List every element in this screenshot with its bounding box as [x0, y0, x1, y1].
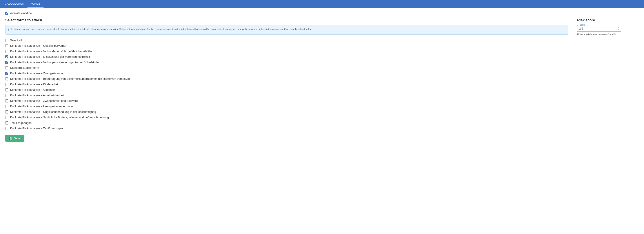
score-hint: Enter a valid value between 0 and 5.	[577, 33, 639, 36]
activate-workflow-row: Activate workflow	[5, 12, 639, 15]
save-icon: 💾	[9, 137, 12, 140]
checkbox-label-cb11[interactable]: Konkrete Risikoanalyse – Zwangsarbeit un…	[10, 99, 78, 102]
checkbox-label-cb4[interactable]: Konkrete Risikoanalyse – Verbot persiste…	[10, 61, 99, 64]
list-item: Konkrete Risikoanalyse – Unangemessener …	[5, 104, 568, 108]
checkbox-cb7[interactable]	[5, 77, 8, 80]
checkbox-label-cb14[interactable]: Konkrete Risikoanalyse – Schädliche Bode…	[10, 116, 109, 119]
checkbox-label-cb1[interactable]: Konkrete Risikoanalyse – Quecksilberverb…	[10, 44, 66, 47]
checkbox-cb5[interactable]	[5, 66, 8, 69]
checkbox-select_all[interactable]	[5, 39, 8, 42]
checkbox-cb9[interactable]	[5, 88, 8, 91]
list-item: Standard supplier form	[5, 66, 568, 70]
checkbox-label-cb2[interactable]: Konkrete Risikoanalyse – Verbot der Ausf…	[10, 50, 92, 53]
checkbox-cb11[interactable]	[5, 99, 8, 102]
save-label: Save	[14, 137, 20, 140]
checkbox-label-cb5[interactable]: Standard supplier form	[10, 66, 39, 69]
checkbox-label-cb13[interactable]: Konkrete Risikoanalyse – Ungleichbehandl…	[10, 110, 96, 113]
checkbox-cb14[interactable]	[5, 116, 8, 119]
activate-workflow-checkbox[interactable]	[5, 12, 8, 15]
left-column: Select forms to attach ℹ In this menu, y…	[5, 18, 568, 142]
list-item: Konkrete Risikoanalyse – Kinderarbeit	[5, 82, 568, 86]
checkbox-cb6[interactable]	[5, 72, 8, 75]
score-input[interactable]	[579, 27, 610, 30]
checkbox-cb13[interactable]	[5, 110, 8, 113]
checkbox-label-cb3[interactable]: Konkrete Risikoanalyse – Missachtung der…	[10, 55, 90, 58]
list-item: Select all	[5, 38, 568, 42]
list-item: Konkrete Risikoanalyse – Zertifizierunge…	[5, 126, 568, 131]
score-input-inner: ▲ ▼	[579, 27, 619, 31]
list-item: Konkrete Risikoanalyse – Beauftragung vo…	[5, 77, 568, 81]
save-button[interactable]: 💾 Save	[5, 135, 24, 142]
list-item: Konkrete Risikoanalyse – Verbot der Ausf…	[5, 49, 568, 53]
checkbox-label-cb9[interactable]: Konkrete Risikoanalyse – Allgemein	[10, 88, 56, 91]
risk-score-title: Risk score	[577, 18, 639, 22]
score-label: Score	[579, 24, 586, 26]
info-box: ℹ In this menu, you can configure what s…	[5, 25, 568, 35]
checkbox-cb12[interactable]	[5, 105, 8, 108]
score-increment-button[interactable]: ▲	[617, 27, 619, 28]
checkbox-cb10[interactable]	[5, 94, 8, 97]
list-item: Konkrete Risikoanalyse – Schädliche Bode…	[5, 115, 568, 120]
activate-workflow-label[interactable]: Activate workflow	[10, 12, 32, 15]
checkbox-cb8[interactable]	[5, 83, 8, 86]
checkbox-label-cb7[interactable]: Konkrete Risikoanalyse – Beauftragung vo…	[10, 77, 130, 80]
list-item: Konkrete Risikoanalyse – Arbeitssicherhe…	[5, 93, 568, 97]
checkbox-label-cb6[interactable]: Konkrete Risikoanalyse – Zwangsräumung	[10, 72, 64, 75]
checkbox-label-select_all[interactable]: Select all	[10, 39, 22, 42]
list-item: Konkrete Risikoanalyse – Verbot persiste…	[5, 60, 568, 64]
checkbox-label-cb15[interactable]: Test Fragebogen	[10, 121, 32, 125]
list-item: Konkrete Risikoanalyse – Allgemein	[5, 88, 568, 92]
list-item: Konkrete Risikoanalyse – Zwangsräumung	[5, 71, 568, 75]
score-spinners: ▲ ▼	[617, 27, 619, 31]
list-item: Konkrete Risikoanalyse – Missachtung der…	[5, 55, 568, 59]
checkbox-list: Select allKonkrete Risikoanalyse – Queck…	[5, 38, 568, 131]
info-text: In this menu, you can configure what sho…	[11, 27, 312, 32]
list-item: Konkrete Risikoanalyse – Zwangsarbeit un…	[5, 99, 568, 103]
score-input-wrapper: Score ▲ ▼	[577, 25, 621, 32]
list-item: Konkrete Risikoanalyse – Ungleichbehandl…	[5, 110, 568, 114]
checkbox-label-cb12[interactable]: Konkrete Risikoanalyse – Unangemessener …	[10, 105, 73, 108]
info-icon: ℹ	[8, 28, 9, 32]
list-item: Konkrete Risikoanalyse – Quecksilberverb…	[5, 44, 568, 48]
checkbox-cb16[interactable]	[5, 127, 8, 130]
right-column: Risk score Score ▲ ▼ Enter a valid value…	[577, 18, 639, 36]
checkbox-cb1[interactable]	[5, 44, 8, 47]
checkbox-label-cb10[interactable]: Konkrete Risikoanalyse – Arbeitssicherhe…	[10, 94, 64, 97]
tab-calculation[interactable]: CALCULATION	[2, 0, 28, 8]
tab-forms[interactable]: FORMS	[28, 0, 44, 8]
score-decrement-button[interactable]: ▼	[617, 29, 619, 31]
checkbox-cb15[interactable]	[5, 122, 8, 125]
checkbox-cb4[interactable]	[5, 61, 8, 64]
checkbox-label-cb16[interactable]: Konkrete Risikoanalyse – Zertifizierunge…	[10, 127, 63, 130]
checkbox-cb2[interactable]	[5, 50, 8, 53]
checkbox-label-cb8[interactable]: Konkrete Risikoanalyse – Kinderarbeit	[10, 83, 58, 86]
checkbox-cb3[interactable]	[5, 55, 8, 58]
main-content: Activate workflow Select forms to attach…	[0, 8, 644, 234]
forms-section-title: Select forms to attach	[5, 18, 568, 22]
two-col-layout: Select forms to attach ℹ In this menu, y…	[5, 18, 639, 142]
top-nav: CALCULATION FORMS	[0, 0, 644, 8]
list-item: Test Fragebogen	[5, 121, 568, 125]
